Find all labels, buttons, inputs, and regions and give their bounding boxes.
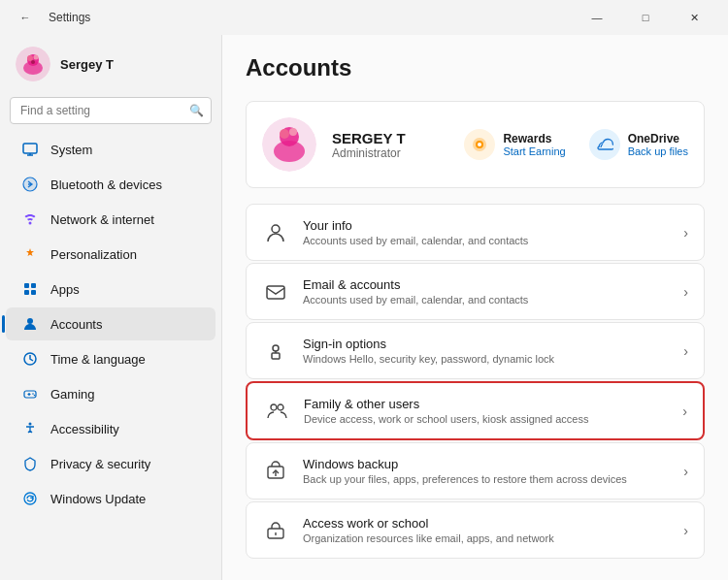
- window-controls: — □ ✕: [575, 4, 716, 31]
- sidebar-user[interactable]: Sergey T: [0, 35, 221, 93]
- network-icon: [21, 210, 39, 228]
- sidebar-item-gaming[interactable]: Gaming: [6, 377, 215, 410]
- sidebar-item-update[interactable]: Windows Update: [6, 482, 215, 515]
- family-users-desc: Device access, work or school users, kio…: [304, 413, 669, 425]
- onedrive-name: OneDrive: [628, 132, 688, 145]
- sidebar-item-personalization[interactable]: Personalization: [6, 238, 215, 271]
- windows-backup-text: Windows backup Back up your files, apps,…: [303, 457, 670, 485]
- settings-item-sign-in[interactable]: Sign-in options Windows Hello, security …: [246, 322, 705, 379]
- accessibility-icon: [21, 420, 39, 437]
- your-info-chevron: ›: [683, 225, 688, 241]
- svg-rect-34: [267, 286, 284, 299]
- sign-in-title: Sign-in options: [303, 337, 670, 351]
- sidebar-item-network[interactable]: Network & internet: [6, 203, 215, 236]
- sidebar-label-personalization: Personalization: [50, 247, 200, 262]
- rewards-name: Rewards: [503, 132, 565, 145]
- access-work-title: Access work or school: [303, 516, 670, 531]
- svg-point-35: [273, 345, 279, 351]
- sidebar-label-network: Network & internet: [50, 212, 200, 227]
- svg-point-4: [34, 55, 39, 60]
- access-work-icon: [262, 517, 289, 544]
- accounts-icon: [21, 315, 39, 333]
- sidebar-label-accounts: Accounts: [50, 317, 200, 332]
- sidebar-label-accessibility: Accessibility: [50, 422, 200, 436]
- sidebar-label-privacy: Privacy & security: [50, 457, 200, 471]
- main-content: Accounts SERGEY T Administrator: [221, 35, 728, 580]
- settings-list: Your info Accounts used by email, calend…: [246, 204, 705, 559]
- access-work-chevron: ›: [683, 523, 688, 538]
- sidebar-label-bluetooth: Bluetooth & devices: [50, 177, 200, 192]
- family-users-text: Family & other users Device access, work…: [304, 397, 669, 425]
- privacy-icon: [21, 455, 39, 472]
- sidebar-item-apps[interactable]: Apps: [6, 273, 215, 306]
- rewards-service[interactable]: Rewards Start Earning: [464, 129, 565, 160]
- search-input[interactable]: [10, 97, 212, 124]
- app-title: Settings: [49, 11, 90, 24]
- settings-item-windows-backup[interactable]: Windows backup Back up your files, apps,…: [246, 442, 705, 499]
- svg-point-38: [271, 404, 277, 410]
- onedrive-sub: Back up files: [628, 145, 688, 157]
- sidebar-label-gaming: Gaming: [50, 387, 200, 402]
- family-users-title: Family & other users: [304, 397, 669, 411]
- email-accounts-text: Email & accounts Accounts used by email,…: [303, 277, 670, 306]
- svg-point-21: [32, 393, 34, 395]
- apps-icon: [21, 280, 39, 298]
- sign-in-text: Sign-in options Windows Hello, security …: [303, 337, 670, 365]
- email-accounts-chevron: ›: [683, 284, 688, 300]
- title-bar: ← Settings — □ ✕: [0, 0, 728, 35]
- svg-rect-36: [272, 353, 280, 359]
- svg-point-39: [278, 404, 283, 410]
- rewards-icon-circle: [464, 129, 495, 160]
- sidebar-label-update: Windows Update: [50, 492, 200, 506]
- svg-rect-12: [24, 283, 29, 288]
- sidebar-label-time: Time & language: [50, 352, 200, 367]
- svg-point-23: [29, 423, 32, 426]
- your-info-title: Your info: [303, 218, 670, 233]
- user-info: SERGEY T Administrator: [332, 130, 448, 160]
- email-accounts-title: Email & accounts: [303, 277, 670, 292]
- sidebar-item-accounts[interactable]: Accounts: [6, 307, 215, 340]
- windows-backup-chevron: ›: [683, 464, 688, 479]
- app-body: Sergey T 🔍 System Bluetooth & devices Ne…: [0, 35, 728, 580]
- user-avatar-large: [262, 117, 316, 172]
- svg-point-22: [34, 395, 36, 397]
- svg-point-5: [31, 60, 35, 64]
- settings-item-email-accounts[interactable]: Email & accounts Accounts used by email,…: [246, 263, 705, 320]
- sign-in-chevron: ›: [683, 343, 688, 359]
- rewards-sub: Start Earning: [503, 145, 565, 157]
- sidebar-item-time[interactable]: Time & language: [6, 342, 215, 375]
- settings-item-family-users[interactable]: Family & other users Device access, work…: [246, 381, 705, 440]
- onedrive-text: OneDrive Back up files: [628, 132, 688, 157]
- maximize-button[interactable]: □: [623, 4, 668, 31]
- minimize-button[interactable]: —: [575, 4, 619, 31]
- sidebar: Sergey T 🔍 System Bluetooth & devices Ne…: [0, 35, 221, 580]
- time-icon: [21, 350, 39, 368]
- search-icon: 🔍: [189, 104, 204, 117]
- svg-rect-15: [31, 290, 36, 295]
- bluetooth-icon: [21, 176, 39, 193]
- search-box[interactable]: 🔍: [10, 97, 212, 124]
- settings-item-access-work[interactable]: Access work or school Organization resou…: [246, 501, 705, 559]
- onedrive-service[interactable]: OneDrive Back up files: [589, 129, 688, 160]
- back-button[interactable]: ←: [12, 4, 39, 31]
- close-button[interactable]: ✕: [672, 4, 716, 31]
- avatar: [16, 47, 50, 81]
- your-info-text: Your info Accounts used by email, calend…: [303, 218, 670, 246]
- svg-point-16: [27, 318, 33, 324]
- windows-backup-title: Windows backup: [303, 457, 670, 471]
- family-users-chevron: ›: [682, 403, 687, 419]
- sidebar-label-system: System: [50, 143, 200, 157]
- family-users-icon: [263, 398, 290, 425]
- sidebar-item-accessibility[interactable]: Accessibility: [6, 412, 215, 445]
- svg-point-28: [289, 128, 297, 136]
- svg-point-29: [274, 141, 305, 162]
- user-role: Administrator: [332, 146, 448, 160]
- personalization-icon: [21, 245, 39, 263]
- email-accounts-desc: Accounts used by email, calendar, and co…: [303, 294, 670, 306]
- settings-item-your-info[interactable]: Your info Accounts used by email, calend…: [246, 204, 705, 261]
- sidebar-item-privacy[interactable]: Privacy & security: [6, 447, 215, 480]
- email-accounts-icon: [262, 278, 289, 306]
- sidebar-item-system[interactable]: System: [6, 133, 215, 166]
- sign-in-icon: [262, 338, 289, 365]
- sidebar-item-bluetooth[interactable]: Bluetooth & devices: [6, 168, 215, 201]
